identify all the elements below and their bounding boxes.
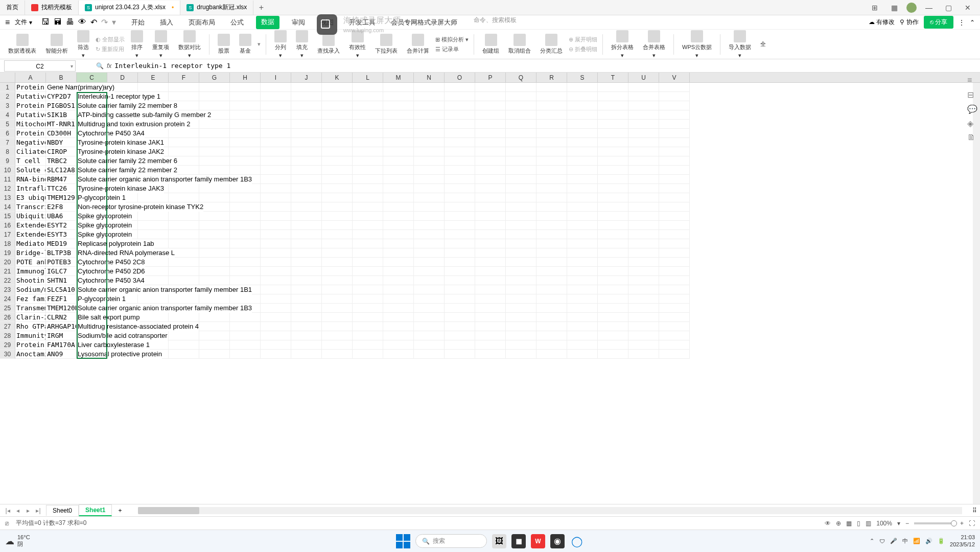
cell[interactable]: P-glycoprotein 1 [77, 294, 107, 304]
cell[interactable] [169, 267, 199, 276]
cell[interactable] [230, 322, 261, 331]
cell[interactable] [659, 304, 690, 313]
zoom-in[interactable]: + [960, 520, 964, 527]
cell[interactable]: Protein H [15, 101, 46, 110]
tab-data[interactable]: 数据 [256, 16, 279, 29]
cell[interactable] [383, 147, 414, 156]
cell[interactable] [261, 322, 291, 331]
cell[interactable] [383, 83, 414, 92]
zoom-value[interactable]: 100% [876, 520, 892, 527]
duplicates[interactable]: 重复项▾ [149, 30, 172, 59]
cell[interactable]: SHTN1 [46, 276, 77, 285]
record-icon[interactable]: ⎚ [5, 520, 9, 527]
cell[interactable] [506, 138, 536, 147]
cell[interactable]: Solute ca [15, 166, 46, 175]
cell[interactable] [353, 239, 383, 248]
cell[interactable]: Protein ( [15, 129, 46, 138]
cell[interactable] [291, 92, 322, 101]
cell[interactable] [261, 313, 291, 322]
cell[interactable] [322, 202, 353, 212]
cell[interactable] [322, 350, 353, 359]
cell[interactable] [475, 202, 506, 212]
cell[interactable] [230, 147, 261, 156]
cell[interactable] [659, 83, 690, 92]
cell[interactable] [506, 83, 536, 92]
cell[interactable] [261, 212, 291, 221]
cell[interactable] [536, 120, 567, 129]
cell[interactable] [598, 212, 628, 221]
cell[interactable] [261, 110, 291, 120]
cell[interactable] [475, 294, 506, 304]
cell[interactable] [475, 92, 506, 101]
col-header-U[interactable]: U [628, 73, 659, 82]
cell[interactable] [414, 276, 445, 285]
stock[interactable]: 股票 [215, 34, 233, 55]
cell[interactable] [536, 184, 567, 193]
filter[interactable]: 筛选▾ [74, 30, 92, 59]
cell[interactable] [230, 101, 261, 110]
cell[interactable] [445, 212, 475, 221]
view-normal-icon[interactable]: ▦ [846, 520, 852, 527]
cell[interactable] [414, 147, 445, 156]
cell[interactable]: Bridge-l [15, 248, 46, 258]
col-header-S[interactable]: S [567, 73, 598, 82]
cell[interactable]: Solute carrier organic anion transporter… [77, 285, 107, 294]
undo-icon[interactable]: ↶ [90, 17, 97, 27]
cell[interactable] [659, 221, 690, 230]
cell[interactable] [230, 184, 261, 193]
cell[interactable]: ESYT2 [46, 221, 77, 230]
cell[interactable] [628, 83, 659, 92]
row-header[interactable]: 25 [0, 304, 15, 313]
cell[interactable]: FAM170A [46, 340, 77, 350]
cell[interactable] [353, 129, 383, 138]
merge-table[interactable]: 合并表格▾ [640, 30, 668, 59]
cell[interactable] [445, 193, 475, 202]
cell[interactable] [445, 221, 475, 230]
cell[interactable] [445, 285, 475, 294]
cell[interactable] [445, 276, 475, 285]
fill[interactable]: 填充▾ [293, 30, 311, 59]
cell[interactable]: ATP-binding cassette sub-family G member… [77, 110, 107, 120]
sheet-tab-sheet0[interactable]: Sheet0 [46, 505, 79, 516]
cell[interactable] [261, 175, 291, 184]
cell[interactable] [383, 258, 414, 267]
cell[interactable] [199, 202, 230, 212]
eye-icon[interactable]: 👁 [825, 520, 831, 527]
cell[interactable] [261, 193, 291, 202]
cell[interactable] [506, 166, 536, 175]
cell[interactable] [628, 92, 659, 101]
cell[interactable] [138, 221, 169, 230]
cell[interactable] [199, 138, 230, 147]
print-icon[interactable]: 🖶 [66, 17, 74, 27]
cell[interactable]: ARHGAP10 [46, 322, 77, 331]
cell[interactable] [414, 129, 445, 138]
cell[interactable] [567, 221, 598, 230]
cell[interactable] [322, 340, 353, 350]
cell[interactable] [475, 156, 506, 166]
collapse-ribbon-icon[interactable]: ⌃ [970, 19, 975, 26]
cell[interactable] [628, 221, 659, 230]
cell[interactable] [628, 193, 659, 202]
cell[interactable] [353, 175, 383, 184]
cell[interactable] [506, 313, 536, 322]
cell[interactable]: CLRN2 [46, 313, 77, 322]
cell[interactable] [199, 267, 230, 276]
row-header[interactable]: 21 [0, 267, 15, 276]
cell[interactable] [506, 285, 536, 294]
cell[interactable] [322, 239, 353, 248]
cell[interactable] [628, 248, 659, 258]
cell[interactable] [659, 175, 690, 184]
cell[interactable] [383, 294, 414, 304]
cell[interactable] [475, 147, 506, 156]
cell[interactable]: Lysosomal protective protein [77, 350, 107, 359]
cell[interactable] [322, 147, 353, 156]
cell[interactable] [628, 230, 659, 239]
cell[interactable]: T cell re [15, 156, 46, 166]
cell[interactable] [598, 313, 628, 322]
cell[interactable] [475, 120, 506, 129]
row-header[interactable]: 2 [0, 92, 15, 101]
cell[interactable]: Extended [15, 230, 46, 239]
cell[interactable]: TMEM120B [46, 304, 77, 313]
redo-icon[interactable]: ↷ [101, 17, 108, 27]
cell[interactable] [475, 184, 506, 193]
